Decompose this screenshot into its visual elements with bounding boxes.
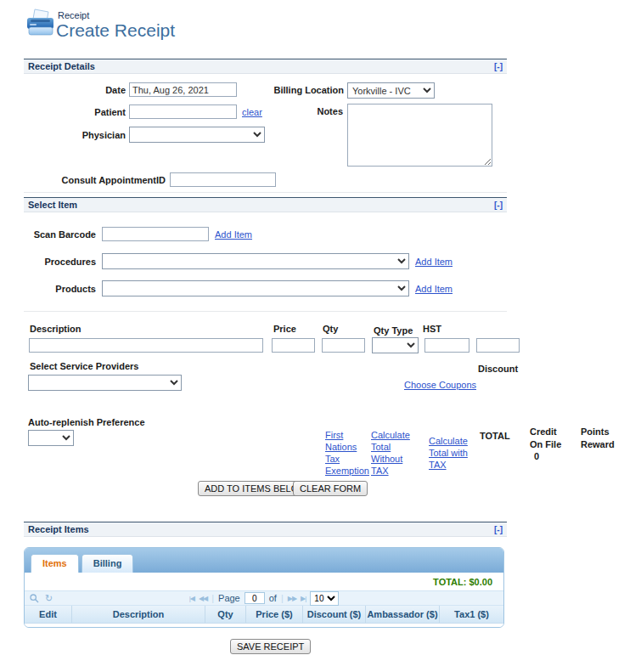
credit-on-file-value: 0 (534, 451, 539, 461)
billing-location-label: Billing Location (263, 85, 344, 95)
add-item-link[interactable]: Add Item (415, 257, 453, 267)
scan-barcode-label: Scan Barcode (24, 229, 96, 240)
tab-billing[interactable]: Billing (82, 554, 134, 573)
notes-textarea[interactable] (347, 104, 492, 167)
page-label: Page (218, 593, 240, 603)
patient-label: Patient (24, 107, 126, 117)
refresh-icon[interactable]: ↻ (45, 594, 53, 602)
date-input[interactable] (129, 82, 237, 97)
column-header-ambassador: Ambassador ($) (366, 606, 440, 623)
save-receipt-button[interactable]: SAVE RECEIPT (230, 639, 311, 654)
table-header-row: Edit Description Qty Price ($) Discount … (25, 606, 503, 624)
calculate-total-with-tax-link[interactable]: Calculate Total with TAX (429, 435, 473, 471)
grid-body-empty (25, 624, 503, 628)
page-input[interactable] (245, 592, 265, 604)
collapse-toggle[interactable]: [-] (494, 200, 503, 210)
price-input[interactable] (272, 338, 315, 353)
pager-next-icon[interactable]: ▶▶ (288, 595, 296, 602)
consult-appointmentid-label: Consult AppointmentID (24, 175, 166, 185)
column-header-qty: Qty (205, 606, 246, 623)
clear-form-button[interactable]: CLEAR FORM (293, 481, 368, 496)
choose-coupons-link[interactable]: Choose Coupons (404, 380, 476, 390)
section-header-receipt-items: Receipt Items [-] (24, 522, 507, 537)
hst-label: HST (423, 324, 441, 334)
procedures-label: Procedures (24, 257, 96, 267)
collapse-toggle[interactable]: [-] (494, 62, 503, 71)
credit-on-file-label: Credit On File (530, 426, 572, 451)
price-label: Price (273, 324, 296, 334)
billing-location-select[interactable]: Yorkville - IVC (347, 82, 435, 99)
pager: |◀ ◀◀ | Page of | ▶▶ ▶| 10 (189, 591, 340, 606)
qty-type-label: Qty Type (374, 325, 413, 336)
first-nations-tax-exemption-link[interactable]: First Nations Tax Exemption (325, 429, 366, 477)
auto-replenish-label: Auto-replenish Preference (28, 417, 145, 427)
service-providers-label: Select Service Providers (30, 361, 138, 371)
qty-input[interactable] (322, 338, 365, 353)
column-header-edit: Edit (25, 606, 72, 623)
add-item-link[interactable]: Add Item (215, 229, 252, 240)
printer-icon (24, 7, 58, 41)
qty-type-select[interactable] (372, 337, 419, 353)
discount-input[interactable] (476, 338, 520, 353)
pager-prev-icon[interactable]: ◀◀ (199, 595, 207, 602)
of-label: of (269, 593, 277, 603)
pager-separator: | (211, 593, 214, 603)
discount-label: Discount (478, 364, 518, 374)
service-providers-select[interactable] (28, 375, 182, 391)
section-header-receipt-details: Receipt Details [-] (24, 59, 507, 74)
qty-label: Qty (323, 324, 338, 334)
page-title: Create Receipt (56, 20, 175, 41)
date-label: Date (24, 85, 126, 95)
patient-input[interactable] (129, 104, 237, 119)
column-header-description: Description (72, 606, 205, 623)
section-divider (24, 192, 507, 193)
receipt-items-panel: Items Billing TOTAL: $0.00 ↻ |◀ ◀◀ | Pag… (24, 547, 504, 628)
column-header-price: Price ($) (246, 606, 303, 623)
hst-input[interactable] (424, 338, 469, 353)
column-header-tax1: Tax1 ($) (440, 606, 503, 623)
calculate-total-without-tax-link[interactable]: Calculate Total Without TAX (371, 429, 415, 477)
tab-items[interactable]: Items (31, 554, 79, 573)
consult-appointmentid-input[interactable] (170, 172, 276, 187)
section-title: Receipt Items (28, 524, 89, 534)
auto-replenish-select[interactable] (28, 430, 74, 446)
pager-first-icon[interactable]: |◀ (189, 595, 194, 602)
scan-barcode-input[interactable] (102, 227, 209, 241)
notes-label: Notes (280, 106, 343, 116)
receipt-total: TOTAL: $0.00 (25, 573, 503, 590)
tab-bar: Items Billing (25, 548, 503, 573)
section-title: Select Item (28, 200, 77, 210)
section-divider (24, 311, 507, 312)
pager-separator: | (281, 593, 284, 603)
description-label: Description (30, 324, 82, 334)
page-size-select[interactable]: 10 (310, 591, 339, 606)
products-label: Products (24, 284, 96, 294)
physician-select[interactable] (129, 127, 265, 143)
total-label: TOTAL (480, 431, 510, 441)
description-input[interactable] (29, 338, 263, 353)
section-title: Receipt Details (28, 61, 95, 71)
add-item-link[interactable]: Add Item (415, 284, 453, 294)
physician-label: Physician (24, 130, 126, 140)
clear-link[interactable]: clear (242, 107, 262, 117)
collapse-toggle[interactable]: [-] (494, 525, 503, 534)
products-select[interactable] (102, 280, 409, 296)
column-header-discount: Discount ($) (303, 606, 366, 623)
grid-toolbar: ↻ |◀ ◀◀ | Page of | ▶▶ ▶| 10 (25, 590, 503, 606)
section-header-select-item: Select Item [-] (24, 197, 507, 212)
pager-last-icon[interactable]: ▶| (301, 595, 306, 602)
points-reward-label: Points Reward (581, 426, 620, 451)
procedures-select[interactable] (102, 253, 409, 269)
breadcrumb: Receipt (58, 10, 89, 20)
search-icon[interactable] (30, 594, 39, 603)
